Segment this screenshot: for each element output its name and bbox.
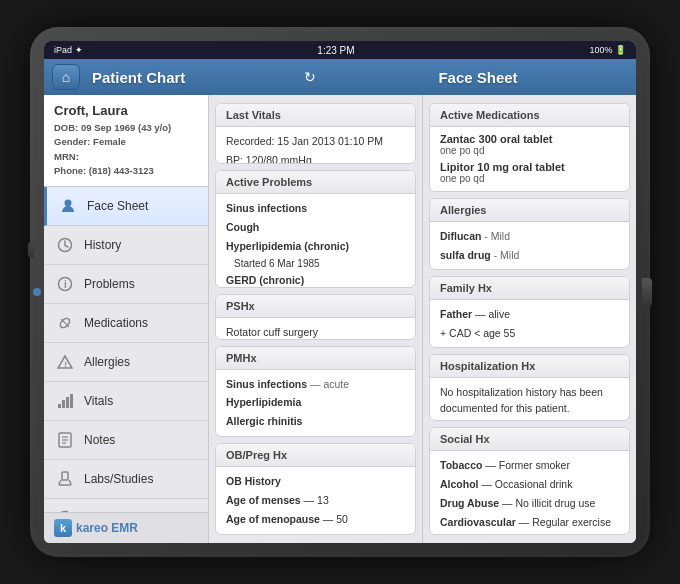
- allergies-label: Allergies: [84, 355, 130, 369]
- allergy-diflucan: Diflucan - Mild: [440, 228, 619, 245]
- problems-icon: i: [54, 273, 76, 295]
- sidebar-item-vitals[interactable]: Vitals: [44, 382, 208, 421]
- family-hx-body: Father — alive + CAD < age 55: [430, 300, 629, 348]
- hospitalization-hx-text: No hospitalization history has been docu…: [440, 384, 619, 418]
- problems-label: Problems: [84, 277, 135, 291]
- medications-icon: [54, 312, 76, 334]
- last-vitals-text: Recorded: 15 Jan 2013 01:10 PM BP: 120/8…: [226, 133, 405, 164]
- history-icon: [54, 234, 76, 256]
- problem-sinus: Sinus infections: [226, 200, 405, 217]
- status-battery: 100% 🔋: [589, 45, 626, 55]
- face-sheet-icon: [57, 195, 79, 217]
- nav-bar: ⌂ Patient Chart ↻ Face Sheet: [44, 59, 636, 95]
- face-sheet-label: Face Sheet: [87, 199, 148, 213]
- pshx-header: PSHx: [216, 295, 415, 318]
- sidebar-item-history[interactable]: History: [44, 226, 208, 265]
- social-drug: Drug Abuse — No illicit drug use: [440, 495, 619, 512]
- social-hx-text: Tobacco — Former smoker Alcohol — Occasi…: [440, 457, 619, 530]
- pshx-card: PSHx Rotator cuff surgery: [215, 294, 416, 340]
- allergies-card: Allergies Diflucan - Mild sulfa drug - M…: [429, 198, 630, 270]
- right-column: Active Medications Zantac 300 oral table…: [423, 95, 636, 543]
- home-icon: ⌂: [62, 69, 70, 85]
- problem-hyperlipidemia-sub: Started 6 Mar 1985: [234, 256, 405, 272]
- active-problems-card: Active Problems Sinus infections Cough H…: [215, 170, 416, 288]
- refresh-button[interactable]: ↻: [298, 69, 322, 85]
- sidebar-item-face-sheet[interactable]: Face Sheet: [44, 187, 208, 226]
- pmhx-header: PMHx: [216, 347, 415, 370]
- problem-hyperlipidemia: Hyperlipidemia (chronic): [226, 238, 405, 255]
- social-alcohol: Alcohol — Occasional drink: [440, 476, 619, 493]
- sidebar-item-allergies[interactable]: ! Allergies: [44, 343, 208, 382]
- kareo-k-icon: k: [54, 519, 72, 537]
- face-sheet-title: Face Sheet: [328, 69, 628, 86]
- pmhx-body: Sinus infections — acute Hyperlipidemia …: [216, 370, 415, 438]
- status-left: iPad ✦: [54, 45, 83, 55]
- kareo-logo: k kareo EMR: [44, 512, 208, 543]
- labs-icon: [54, 468, 76, 490]
- ob-cervical: No of cervical Pa...: [226, 530, 405, 535]
- hospitalization-hx-card: Hospitalization Hx No hospitalization hi…: [429, 354, 630, 422]
- allergies-body: Diflucan - Mild sulfa drug - Mild: [430, 222, 629, 270]
- hospitalization-hx-body: No hospitalization history has been docu…: [430, 378, 629, 422]
- zantac-dosage: one po qd: [440, 145, 619, 156]
- sidebar-item-notes[interactable]: Notes: [44, 421, 208, 460]
- zantac-name: Zantac 300 oral tablet: [440, 133, 619, 145]
- pmhx-text: Sinus infections — acute Hyperlipidemia …: [226, 376, 405, 438]
- kareo-brand-text: kareo EMR: [76, 521, 138, 535]
- pmhx-gerd: GERD: [226, 432, 405, 437]
- dob-label: DOB: 09 Sep 1969 (43 y/o): [54, 122, 171, 133]
- ob-preg-hx-card: OB/Preg Hx OB History Age of menses — 13…: [215, 443, 416, 535]
- labs-studies-label: Labs/Studies: [84, 472, 153, 486]
- sidebar-item-problems[interactable]: i Problems: [44, 265, 208, 304]
- pshx-text: Rotator cuff surgery: [226, 324, 405, 340]
- content-area: Last Vitals Recorded: 15 Jan 2013 01:10 …: [209, 95, 636, 543]
- family-father: Father — alive: [440, 306, 619, 323]
- svg-text:!: !: [64, 360, 67, 369]
- vitals-icon: [54, 390, 76, 412]
- svg-rect-10: [66, 397, 69, 408]
- sidebar-item-demographics[interactable]: i Demographics: [44, 499, 208, 512]
- last-vitals-body: Recorded: 15 Jan 2013 01:10 PM BP: 120/8…: [216, 127, 415, 164]
- lipitor-name: Lipitor 10 mg oral tablet: [440, 161, 619, 173]
- main-content: Croft, Laura DOB: 09 Sep 1969 (43 y/o) G…: [44, 95, 636, 543]
- family-cad: + CAD < age 55: [440, 325, 619, 342]
- svg-point-0: [65, 200, 72, 207]
- pshx-rotator: Rotator cuff surgery: [226, 324, 405, 340]
- active-problems-text: Sinus infections Cough Hyperlipidemia (c…: [226, 200, 405, 288]
- allergies-header: Allergies: [430, 199, 629, 222]
- lipitor-dosage: one po qd: [440, 173, 619, 184]
- social-cardio: Cardiovascular — Regular exercise: [440, 514, 619, 531]
- last-vitals-card: Last Vitals Recorded: 15 Jan 2013 01:10 …: [215, 103, 416, 164]
- left-column: Last Vitals Recorded: 15 Jan 2013 01:10 …: [209, 95, 423, 543]
- pmhx-hyperl: Hyperlipidemia: [226, 394, 405, 411]
- ob-preg-hx-body: OB History Age of menses — 13 Age of men…: [216, 467, 415, 535]
- gender-label: Gender: Female: [54, 136, 126, 147]
- allergy-sulfa: sulfa drug - Mild: [440, 247, 619, 264]
- home-button[interactable]: ⌂: [52, 64, 80, 90]
- social-hx-card: Social Hx Tobacco — Former smoker Alcoho…: [429, 427, 630, 535]
- patient-details: DOB: 09 Sep 1969 (43 y/o) Gender: Female…: [54, 121, 198, 178]
- svg-line-5: [61, 319, 69, 327]
- med-lipitor: Lipitor 10 mg oral tablet one po qd: [440, 161, 619, 184]
- ipad-home-button[interactable]: [642, 278, 652, 306]
- active-problems-body: Sinus infections Cough Hyperlipidemia (c…: [216, 194, 415, 288]
- allergies-icon: !: [54, 351, 76, 373]
- vitals-label: Vitals: [84, 394, 113, 408]
- social-hx-header: Social Hx: [430, 428, 629, 451]
- notes-icon: [54, 429, 76, 451]
- dot-indicator: [33, 288, 41, 296]
- svg-rect-8: [58, 404, 61, 408]
- history-label: History: [84, 238, 121, 252]
- sidebar-nav: Face Sheet History: [44, 187, 208, 512]
- sidebar-item-medications[interactable]: Medications: [44, 304, 208, 343]
- pshx-body: Rotator cuff surgery: [216, 318, 415, 340]
- ob-preg-hx-header: OB/Preg Hx: [216, 444, 415, 467]
- pmhx-card: PMHx Sinus infections — acute Hyperlipid…: [215, 346, 416, 438]
- svg-rect-9: [62, 400, 65, 408]
- problem-gerd: GERD (chronic): [226, 272, 405, 287]
- ipad-screen: iPad ✦ 1:23 PM 100% 🔋 ⌂ Patient Chart ↻ …: [44, 41, 636, 543]
- ob-menopause: Age of menopause — 50: [226, 511, 405, 528]
- sidebar-item-labs-studies[interactable]: Labs/Studies: [44, 460, 208, 499]
- svg-rect-11: [70, 394, 73, 408]
- active-medications-header: Active Medications: [430, 104, 629, 127]
